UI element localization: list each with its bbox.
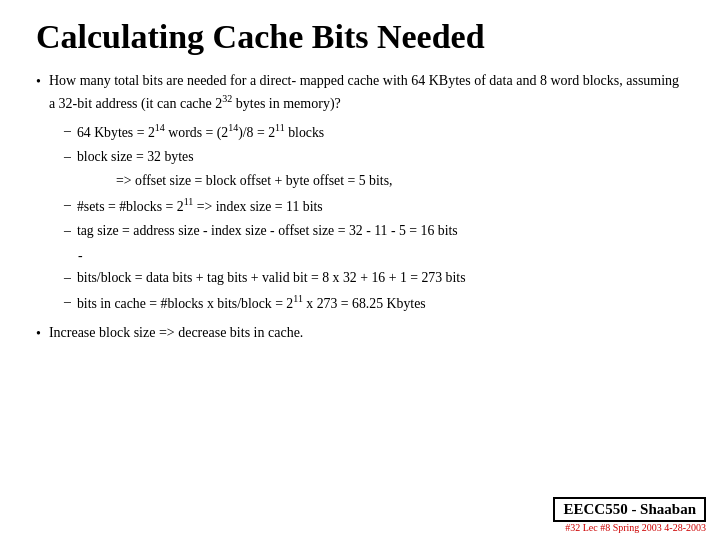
- bullet-2-text: Increase block size => decrease bits in …: [49, 322, 303, 343]
- slide-title: Calculating Cache Bits Needed: [36, 18, 684, 56]
- slide: Calculating Cache Bits Needed • How many…: [0, 0, 720, 540]
- bullet-2: • Increase block size => decrease bits i…: [36, 322, 684, 345]
- dash-6: –: [64, 267, 71, 288]
- footer-info: #32 Lec #8 Spring 2003 4-28-2003: [565, 522, 706, 533]
- dash-1: –: [64, 120, 71, 141]
- indent-line-5: – tag size = address size - index size -…: [64, 220, 684, 241]
- footer-course: EECC550 - Shaaban: [553, 497, 706, 522]
- indent-line-4: – #sets = #blocks = 211 => index size = …: [64, 194, 684, 217]
- bullet-dot-1: •: [36, 71, 41, 93]
- indent-line-5b: -: [78, 245, 684, 266]
- dash-4: –: [64, 194, 71, 215]
- bullet-1-text: How many total bits are needed for a dir…: [49, 70, 684, 114]
- indent-block: – 64 Kbytes = 214 words = (214)/8 = 211 …: [64, 120, 684, 315]
- indent-line-1: – 64 Kbytes = 214 words = (214)/8 = 211 …: [64, 120, 684, 143]
- indent-line-3: => offset size = block offset + byte off…: [116, 170, 684, 191]
- indent-line-7: – bits in cache = #blocks x bits/block =…: [64, 291, 684, 314]
- slide-content: • How many total bits are needed for a d…: [36, 70, 684, 526]
- bullet-dot-2: •: [36, 323, 41, 345]
- indent-line-6: – bits/block = data bits + tag bits + va…: [64, 267, 684, 288]
- dash-7: –: [64, 291, 71, 312]
- dash-2: –: [64, 146, 71, 167]
- indent-line-2: – block size = 32 bytes: [64, 146, 684, 167]
- bullet-1: • How many total bits are needed for a d…: [36, 70, 684, 114]
- dash-5: –: [64, 220, 71, 241]
